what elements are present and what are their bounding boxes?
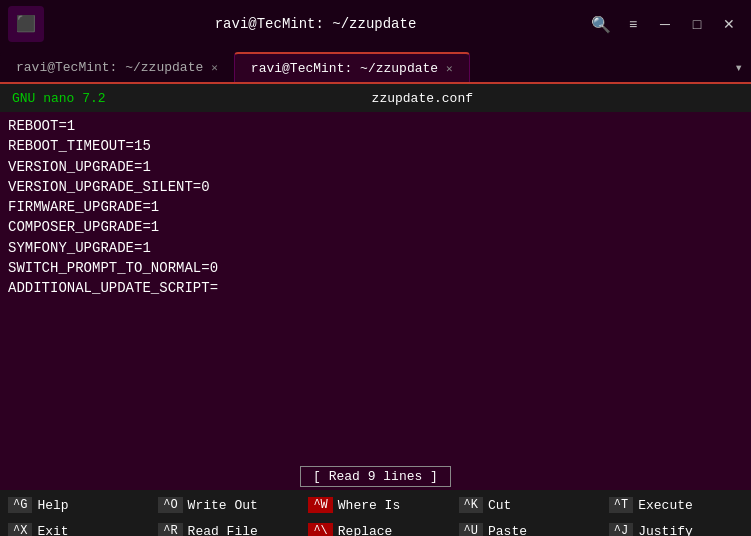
terminal-icon: ⬛ [16,14,36,34]
shortcut-key-4-0[interactable]: ^T [609,497,633,513]
shortcut-key-2-1[interactable]: ^\ [308,523,332,536]
editor-area[interactable]: REBOOT=1REBOOT_TIMEOUT=15VERSION_UPGRADE… [0,112,751,462]
shortcuts-bar: ^GHelp^XExit^OWrite Out^RRead File^WWher… [0,490,751,536]
shortcut-label-1-0: Write Out [188,498,258,513]
shortcut-label-0-1: Exit [37,524,68,537]
editor-line: SWITCH_PROMPT_TO_NORMAL=0 [8,258,743,278]
shortcut-label-4-0: Execute [638,498,693,513]
tab-2[interactable]: ravi@TecMint: ~/zzupdate ✕ [234,52,470,82]
tab-2-label: ravi@TecMint: ~/zzupdate [251,61,438,76]
shortcut-label-0-0: Help [37,498,68,513]
window-title: ravi@TecMint: ~/zzupdate [44,16,587,32]
shortcut-col-2: ^WWhere Is^\ Replace [300,490,450,536]
editor-line: ADDITIONAL_UPDATE_SCRIPT= [8,278,743,298]
editor-line: COMPOSER_UPGRADE=1 [8,217,743,237]
shortcut-key-4-1[interactable]: ^J [609,523,633,536]
shortcut-item-3-1: ^UPaste [451,518,601,536]
tab-2-close[interactable]: ✕ [446,62,453,75]
tab-1-close[interactable]: ✕ [211,61,218,74]
minimize-button[interactable]: ─ [651,10,679,38]
shortcut-col-0: ^GHelp^XExit [0,490,150,536]
close-button[interactable]: ✕ [715,10,743,38]
shortcut-label-1-1: Read File [188,524,258,537]
titlebar: ⬛ ravi@TecMint: ~/zzupdate 🔍 ≡ ─ □ ✕ [0,0,751,48]
editor-line: SYMFONY_UPGRADE=1 [8,238,743,258]
nano-version: GNU nano 7.2 [12,91,106,106]
menu-button[interactable]: ≡ [619,10,647,38]
status-message: [ Read 9 lines ] [300,466,451,487]
shortcut-col-1: ^OWrite Out^RRead File [150,490,300,536]
editor-line: VERSION_UPGRADE_SILENT=0 [8,177,743,197]
app-icon: ⬛ [8,6,44,42]
shortcut-item-0-1: ^XExit [0,518,150,536]
shortcut-label-3-0: Cut [488,498,511,513]
tab-1[interactable]: ravi@TecMint: ~/zzupdate ✕ [0,52,234,82]
editor-line: REBOOT=1 [8,116,743,136]
tab-more-button[interactable]: ▾ [727,52,751,82]
shortcut-item-1-0: ^OWrite Out [150,492,300,518]
shortcut-key-2-0[interactable]: ^W [308,497,332,513]
nano-filename: zzupdate.conf [106,91,739,106]
shortcut-item-3-0: ^KCut [451,492,601,518]
shortcut-label-2-0: Where Is [338,498,400,513]
search-button[interactable]: 🔍 [587,10,615,38]
shortcut-item-2-0: ^WWhere Is [300,492,450,518]
nano-header: GNU nano 7.2 zzupdate.conf [0,84,751,112]
shortcut-key-1-1[interactable]: ^R [158,523,182,536]
shortcut-item-4-0: ^TExecute [601,492,751,518]
shortcut-label-3-1: Paste [488,524,527,537]
editor-line: REBOOT_TIMEOUT=15 [8,136,743,156]
shortcut-key-3-1[interactable]: ^U [459,523,483,536]
shortcut-item-2-1: ^\ Replace [300,518,450,536]
shortcut-item-1-1: ^RRead File [150,518,300,536]
shortcut-key-0-0[interactable]: ^G [8,497,32,513]
tab-bar: ravi@TecMint: ~/zzupdate ✕ ravi@TecMint:… [0,48,751,84]
tab-1-label: ravi@TecMint: ~/zzupdate [16,60,203,75]
shortcut-key-3-0[interactable]: ^K [459,497,483,513]
shortcut-item-0-0: ^GHelp [0,492,150,518]
shortcut-label-2-1: Replace [338,524,393,537]
shortcut-item-4-1: ^JJustify [601,518,751,536]
shortcut-col-3: ^KCut^UPaste [451,490,601,536]
shortcut-key-1-0[interactable]: ^O [158,497,182,513]
maximize-button[interactable]: □ [683,10,711,38]
window-controls: 🔍 ≡ ─ □ ✕ [587,10,743,38]
shortcut-label-4-1: Justify [638,524,693,537]
editor-line: VERSION_UPGRADE=1 [8,157,743,177]
editor-line: FIRMWARE_UPGRADE=1 [8,197,743,217]
status-bar: [ Read 9 lines ] [0,462,751,490]
shortcut-key-0-1[interactable]: ^X [8,523,32,536]
shortcut-col-4: ^TExecute^JJustify [601,490,751,536]
